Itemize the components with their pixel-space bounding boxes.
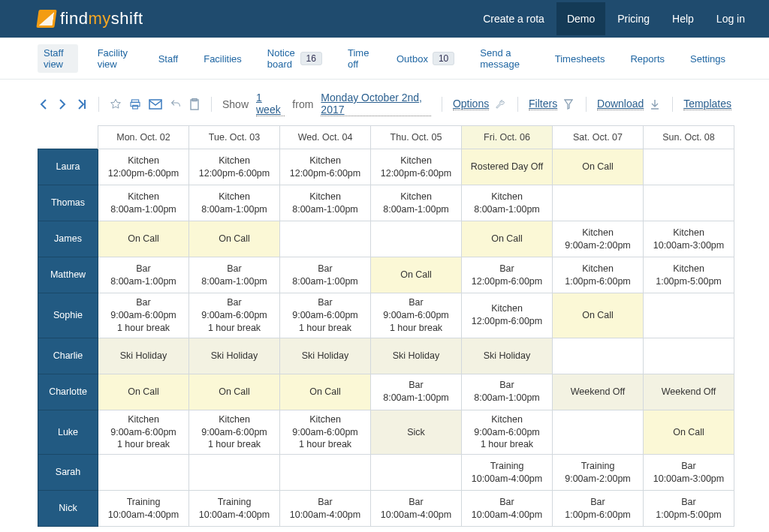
options-link[interactable]: Options <box>453 98 489 110</box>
shift-cell[interactable]: Bar9:00am-6:00pm1 hour break <box>189 293 280 338</box>
shift-cell[interactable]: Kitchen9:00am-2:00pm <box>553 221 644 257</box>
shift-cell[interactable]: On Call <box>371 257 462 293</box>
shift-cell[interactable] <box>189 455 280 491</box>
filters-link[interactable]: Filters <box>529 98 557 110</box>
shift-cell[interactable]: Weekend Off <box>553 374 644 410</box>
shift-cell[interactable]: On Call <box>553 293 644 338</box>
shift-cell[interactable]: On Call <box>189 374 280 410</box>
day-header[interactable]: Fri. Oct. 06 <box>462 126 553 149</box>
nav-help[interactable]: Help <box>662 2 704 35</box>
shift-cell[interactable]: Bar9:00am-6:00pm1 hour break <box>98 293 189 338</box>
shift-cell[interactable]: Bar8:00am-1:00pm <box>280 257 371 293</box>
shift-cell[interactable] <box>553 338 644 374</box>
shift-cell[interactable] <box>98 455 189 491</box>
shift-cell[interactable]: On Call <box>553 149 644 185</box>
shift-cell[interactable]: Ski Holiday <box>280 338 371 374</box>
shift-cell[interactable] <box>644 293 734 338</box>
shift-cell[interactable]: Bar1:00pm-6:00pm <box>553 491 644 527</box>
nav-pricing[interactable]: Pricing <box>607 2 660 35</box>
shift-cell[interactable]: Kitchen12:00pm-6:00pm <box>371 149 462 185</box>
shift-cell[interactable]: Ski Holiday <box>189 338 280 374</box>
shift-cell[interactable]: Kitchen8:00am-1:00pm <box>189 185 280 221</box>
shift-cell[interactable] <box>371 455 462 491</box>
prev-icon[interactable] <box>38 98 50 111</box>
shift-cell[interactable]: Kitchen12:00pm-6:00pm <box>462 293 553 338</box>
staff-name-cell[interactable]: James <box>38 221 98 257</box>
nav-demo[interactable]: Demo <box>556 2 605 35</box>
range-link[interactable]: 1 week <box>256 92 285 116</box>
shift-cell[interactable]: On Call <box>98 374 189 410</box>
submenu-item[interactable]: Facilities <box>198 50 248 68</box>
staff-name-cell[interactable]: Sophie <box>38 293 98 338</box>
submenu-item[interactable]: Outbox10 <box>391 49 460 68</box>
shift-cell[interactable]: Bar10:00am-4:00pm <box>462 491 553 527</box>
shift-cell[interactable] <box>553 185 644 221</box>
submenu-item[interactable]: Reports <box>624 50 671 68</box>
shift-cell[interactable]: Training9:00am-2:00pm <box>553 455 644 491</box>
date-link[interactable]: Monday October 2nd, 2017 <box>321 92 431 116</box>
shift-cell[interactable]: Training10:00am-4:00pm <box>98 491 189 527</box>
star-icon[interactable] <box>110 98 122 111</box>
submenu-item[interactable]: Facility view <box>92 44 139 73</box>
day-header[interactable]: Sun. Oct. 08 <box>644 126 734 149</box>
shift-cell[interactable]: Kitchen9:00am-6:00pm1 hour break <box>280 410 371 455</box>
shift-cell[interactable]: Bar8:00am-1:00pm <box>189 257 280 293</box>
staff-name-cell[interactable]: Laura <box>38 149 98 185</box>
day-header[interactable]: Wed. Oct. 04 <box>280 126 371 149</box>
logo[interactable]: findmyshift <box>38 9 143 29</box>
print-icon[interactable] <box>129 98 141 111</box>
undo-icon[interactable] <box>170 98 182 111</box>
nav-login[interactable]: Log in <box>706 2 755 35</box>
clipboard-icon[interactable] <box>189 98 201 111</box>
shift-cell[interactable]: Bar12:00pm-6:00pm <box>462 257 553 293</box>
shift-cell[interactable] <box>553 410 644 455</box>
templates-link[interactable]: Templates <box>683 98 731 110</box>
staff-name-cell[interactable]: Luke <box>38 410 98 455</box>
shift-cell[interactable]: Kitchen9:00am-6:00pm1 hour break <box>189 410 280 455</box>
shift-cell[interactable]: Kitchen12:00pm-6:00pm <box>280 149 371 185</box>
shift-cell[interactable]: Ski Holiday <box>462 338 553 374</box>
nav-create-rota[interactable]: Create a rota <box>472 2 555 35</box>
shift-cell[interactable] <box>280 221 371 257</box>
mail-icon[interactable] <box>149 98 162 111</box>
submenu-item[interactable]: Timesheets <box>549 50 611 68</box>
shift-cell[interactable] <box>644 149 734 185</box>
submenu-item[interactable]: Staff view <box>38 44 78 73</box>
shift-cell[interactable]: On Call <box>189 221 280 257</box>
shift-cell[interactable]: Ski Holiday <box>98 338 189 374</box>
staff-name-cell[interactable]: Nick <box>38 491 98 527</box>
shift-cell[interactable]: Kitchen8:00am-1:00pm <box>98 185 189 221</box>
shift-cell[interactable]: Kitchen8:00am-1:00pm <box>280 185 371 221</box>
shift-cell[interactable]: Kitchen1:00pm-5:00pm <box>644 257 734 293</box>
shift-cell[interactable]: Rostered Day Off <box>462 149 553 185</box>
shift-cell[interactable]: Kitchen1:00pm-6:00pm <box>553 257 644 293</box>
shift-cell[interactable]: Bar9:00am-6:00pm1 hour break <box>280 293 371 338</box>
submenu-item[interactable]: Send a message <box>474 44 535 73</box>
shift-cell[interactable]: On Call <box>280 374 371 410</box>
submenu-item[interactable]: Settings <box>684 50 731 68</box>
shift-cell[interactable] <box>644 185 734 221</box>
shift-cell[interactable]: Kitchen8:00am-1:00pm <box>371 185 462 221</box>
staff-name-cell[interactable]: Matthew <box>38 257 98 293</box>
shift-cell[interactable]: On Call <box>462 221 553 257</box>
skip-icon[interactable] <box>76 98 88 111</box>
shift-cell[interactable] <box>280 455 371 491</box>
staff-name-cell[interactable]: Sarah <box>38 455 98 491</box>
shift-cell[interactable]: On Call <box>644 410 734 455</box>
shift-cell[interactable]: Training10:00am-4:00pm <box>462 455 553 491</box>
shift-cell[interactable]: Kitchen12:00pm-6:00pm <box>189 149 280 185</box>
shift-cell[interactable] <box>644 338 734 374</box>
shift-cell[interactable]: Bar1:00pm-5:00pm <box>644 491 734 527</box>
shift-cell[interactable]: On Call <box>98 221 189 257</box>
staff-name-cell[interactable]: Thomas <box>38 185 98 221</box>
next-icon[interactable] <box>57 98 69 111</box>
shift-cell[interactable]: Ski Holiday <box>371 338 462 374</box>
shift-cell[interactable]: Sick <box>371 410 462 455</box>
shift-cell[interactable]: Bar8:00am-1:00pm <box>371 374 462 410</box>
shift-cell[interactable]: Weekend Off <box>644 374 734 410</box>
shift-cell[interactable]: Bar8:00am-1:00pm <box>98 257 189 293</box>
shift-cell[interactable]: Kitchen12:00pm-6:00pm <box>98 149 189 185</box>
submenu-item[interactable]: Notice board16 <box>261 44 328 73</box>
staff-name-cell[interactable]: Charlotte <box>38 374 98 410</box>
day-header[interactable]: Sat. Oct. 07 <box>553 126 644 149</box>
